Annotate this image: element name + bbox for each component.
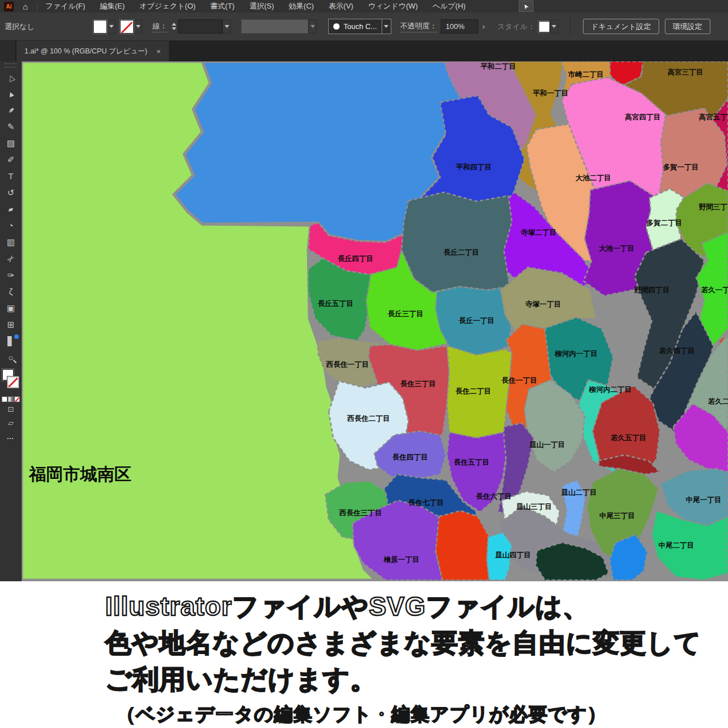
fill-color-swatch[interactable] (93, 20, 107, 34)
tools-panel-grip[interactable] (5, 63, 16, 68)
arrange-documents-button[interactable]: ➤ (519, 1, 533, 12)
map-region-label: 皿山二丁目 (561, 489, 597, 497)
opacity-input[interactable]: 100% (441, 19, 478, 34)
pen-tool-icon: ✒ (5, 104, 17, 117)
caption-line: IllustratorファイルやSVGファイルは、 (105, 588, 728, 624)
map-region-label: 中尾二丁目 (659, 541, 694, 549)
brush-definition-button[interactable]: Touch C... (328, 19, 382, 34)
artboard-canvas[interactable]: 平和二丁目平和一丁目市崎二丁目高宮三丁目高宮五丁目高宮四丁目多賀一丁目大池二丁目… (22, 61, 728, 581)
graph-tool[interactable]: ▋ (0, 333, 22, 349)
gradient-tool[interactable]: ▥ (0, 234, 22, 250)
map-region-polygon[interactable] (402, 192, 512, 292)
rotate-tool[interactable]: ↺ (0, 184, 22, 201)
style-label: スタイル： (498, 22, 535, 32)
shape-builder-tool-icon: ▣ (7, 303, 15, 313)
variable-width-select (241, 19, 308, 34)
stroke-weight-label[interactable]: 線： (152, 21, 167, 32)
stroke-color-dropdown[interactable] (134, 20, 142, 34)
map-region-label: 長住四丁目 (392, 453, 428, 461)
map-region-label: 長丘五丁目 (318, 300, 354, 308)
menu-item[interactable]: 効果(C) (289, 1, 314, 11)
home-icon[interactable]: ⌂ (23, 2, 28, 11)
eraser-tool-icon: ▰ (7, 205, 15, 214)
type-tool[interactable]: T (0, 168, 22, 184)
selection-tool-icon: △ (6, 72, 15, 82)
menu-item[interactable]: 選択(S) (249, 1, 274, 11)
cursor-icon: ➤ (522, 2, 531, 10)
comment-tool[interactable]: ◔ (0, 217, 22, 234)
opacity-label[interactable]: 不透明度： (400, 21, 437, 32)
color-button[interactable] (2, 396, 7, 402)
document-tab-bar: 1.ai* @ 100 % (RGB/CPU プレビュー) × (0, 41, 728, 61)
divider (37, 2, 38, 10)
map-region-label: 長住三丁目 (400, 380, 436, 388)
menu-item[interactable]: 書式(T) (210, 1, 235, 11)
tool-list: △▲✒✎▨✐T↺▰◔▥✂✑ζ▣⊞▋○ (0, 69, 21, 366)
none-button[interactable] (14, 396, 20, 402)
map-region-label: 若久二丁目 (708, 398, 728, 406)
style-dropdown[interactable] (550, 20, 559, 34)
artboard-tool-icon: ⊞ (7, 320, 15, 330)
brush-definition-dropdown[interactable] (382, 19, 391, 34)
document-setup-button[interactable]: ドキュメント設定 (583, 19, 659, 34)
gradient-tool-icon: ▥ (7, 237, 15, 247)
map-region-label: 多賀一丁目 (663, 163, 699, 171)
pen-tool[interactable]: ✒ (0, 102, 22, 118)
curvature-tool[interactable]: ✎ (0, 118, 22, 135)
menu-item[interactable]: 編集(E) (100, 1, 125, 11)
scissors-tool-icon: ✂ (5, 253, 17, 265)
eraser-tool[interactable]: ▰ (0, 201, 22, 217)
menu-list: ファイル(F)編集(E)オブジェクト(O)書式(T)選択(S)効果(C)表示(V… (46, 1, 466, 11)
document-tab[interactable]: 1.ai* @ 100 % (RGB/CPU プレビュー) × (16, 41, 169, 61)
selection-tool[interactable]: △ (0, 69, 22, 85)
chevron-down-icon (552, 25, 556, 28)
twirl-tool[interactable]: ζ (0, 283, 22, 300)
draw-mode-button[interactable]: ⊡ (0, 402, 22, 416)
rectangle-tool-icon: ▨ (7, 138, 15, 148)
direct-selection-tool[interactable]: ▲ (0, 85, 22, 102)
caption-line: ご利用いただけます。 (105, 661, 728, 697)
stroke-weight-select[interactable] (178, 19, 222, 34)
map-region-polygon[interactable] (436, 511, 489, 580)
stroke-weight-stepper[interactable] (172, 23, 176, 30)
menu-item[interactable]: 表示(V) (329, 1, 353, 11)
divider (570, 18, 570, 35)
shape-builder-tool[interactable]: ▣ (0, 300, 22, 316)
chevron-down-icon (136, 25, 140, 28)
map-region-label: 檜原一丁目 (383, 556, 420, 564)
menu-item[interactable]: ファイル(F) (46, 1, 85, 11)
screen-mode-button[interactable]: ▱ (0, 416, 22, 429)
map-region-label: 平和一丁目 (533, 89, 569, 97)
stroke-color-swatch[interactable] (120, 20, 134, 34)
edit-toolbar-button[interactable]: … (0, 429, 22, 443)
preferences-button[interactable]: 環境設定 (665, 19, 710, 34)
map-region-label: 柳河内二丁目 (589, 386, 632, 394)
map-region-label: 西長住三丁目 (339, 509, 382, 517)
eyedropper-tool[interactable]: ✑ (0, 267, 22, 283)
scissors-tool[interactable]: ✂ (0, 250, 22, 267)
map-region-label: 皿山一丁目 (530, 441, 565, 449)
map-region-label: 長住五丁目 (454, 458, 490, 466)
gradient-button[interactable] (8, 396, 14, 402)
map-region-label: 長住七丁目 (408, 499, 444, 507)
caption-panel: IllustratorファイルやSVGファイルは、 色や地名などのさまざまな要素… (0, 581, 728, 728)
menu-item[interactable]: ヘルプ(H) (433, 1, 466, 11)
map-region-label: 平和四丁目 (456, 163, 492, 171)
fill-color-dropdown[interactable] (107, 20, 115, 34)
artboard-tool[interactable]: ⊞ (0, 316, 22, 333)
paintbrush-tool[interactable]: ✐ (0, 151, 22, 168)
map-region-label: 長丘三丁目 (388, 310, 424, 318)
menu-item[interactable]: ウィンドウ(W) (368, 1, 417, 11)
style-swatch[interactable] (539, 21, 550, 32)
rectangle-tool[interactable]: ▨ (0, 135, 22, 151)
stroke-color-indicator[interactable] (7, 377, 19, 388)
opacity-more-button[interactable]: › (478, 19, 490, 34)
map-region-label: 高宮四丁目 (625, 113, 661, 121)
stroke-weight-select-arrow[interactable] (222, 20, 231, 34)
menu-item[interactable]: オブジェクト(O) (139, 1, 196, 11)
new-feature-badge (14, 334, 19, 339)
zoom-tool[interactable]: ○ (0, 349, 22, 366)
canvas-map[interactable]: 平和二丁目平和一丁目市崎二丁目高宮三丁目高宮五丁目高宮四丁目多賀一丁目大池二丁目… (22, 61, 728, 581)
tab-close-icon[interactable]: × (156, 47, 161, 56)
illustrator-logo-icon[interactable]: Ai (4, 2, 14, 11)
